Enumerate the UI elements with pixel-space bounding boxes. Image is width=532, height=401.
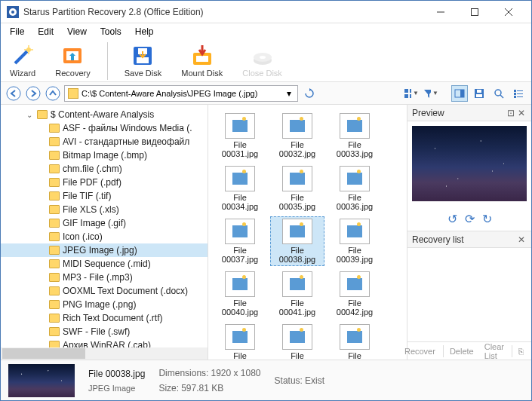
svg-rect-4	[471, 8, 478, 15]
menu-help[interactable]: Help	[129, 25, 160, 38]
menu-view[interactable]: View	[61, 25, 93, 38]
nav-forward-button[interactable]	[25, 85, 42, 102]
tree-root[interactable]: ⌄$ Content-Aware Analysis	[1, 108, 208, 121]
file-item[interactable]: File 00044.jpg	[270, 322, 324, 360]
file-item[interactable]: File 00034.jpg	[213, 164, 267, 213]
filter-button[interactable]: ▼	[423, 85, 439, 102]
file-item[interactable]: File 00032.jpg	[270, 111, 324, 161]
tree-item[interactable]: Rich Text Document (.rtf)	[1, 311, 208, 325]
preview-title: Preview	[412, 108, 444, 118]
tree-item[interactable]: SWF - File (.swf)	[1, 325, 208, 338]
folder-icon	[49, 219, 60, 228]
folder-icon	[49, 164, 60, 173]
folder-icon	[49, 205, 60, 214]
svg-rect-32	[514, 90, 516, 92]
tree-item[interactable]: File TIF (.tif)	[1, 189, 208, 203]
tree-item[interactable]: ASF - файлы Windows Media (.	[1, 121, 208, 135]
drive-icon	[68, 88, 78, 99]
folder-icon	[49, 259, 60, 268]
save-disk-button[interactable]: Save Disk	[121, 42, 165, 79]
close-button[interactable]	[491, 2, 525, 23]
refresh-button[interactable]	[301, 85, 318, 102]
file-item[interactable]: File 00035.jpg	[270, 164, 324, 213]
file-item[interactable]: File 00038.jpg	[270, 216, 324, 266]
status-size-value: 597.81 KB	[181, 383, 223, 393]
menu-tools[interactable]: Tools	[94, 25, 128, 38]
mount-disk-button[interactable]: Mount Disk	[178, 42, 226, 79]
file-item[interactable]: File 00033.jpg	[328, 111, 382, 161]
menu-file[interactable]: File	[4, 25, 30, 38]
tree-item[interactable]: Bitmap Image (.bmp)	[1, 148, 208, 162]
svg-rect-21	[404, 89, 408, 93]
svg-rect-36	[514, 96, 516, 98]
path-dropdown-icon[interactable]: ▾	[284, 88, 294, 99]
file-item[interactable]: File 00037.jpg	[213, 216, 267, 266]
folder-icon	[49, 137, 60, 146]
tree-item[interactable]: chm.file (.chm)	[1, 162, 208, 176]
reset-icon[interactable]: ⟳	[465, 212, 475, 226]
preview-image	[412, 126, 527, 201]
clearlist-button[interactable]: Clear List	[481, 341, 507, 360]
menu-edit[interactable]: Edit	[32, 25, 60, 38]
recover-button[interactable]: Recover	[401, 345, 438, 357]
tree-item[interactable]: GIF Image (.gif)	[1, 216, 208, 230]
search-button[interactable]	[490, 85, 507, 102]
image-icon	[340, 166, 370, 191]
file-item[interactable]: File 00041.jpg	[270, 269, 324, 319]
file-item[interactable]: File 00043.jpg	[213, 322, 267, 360]
svg-rect-33	[517, 90, 523, 91]
file-item[interactable]: File 00031.jpg	[213, 111, 267, 161]
path-input[interactable]	[81, 89, 284, 98]
tree-item[interactable]: JPEG Image (.jpg)	[1, 243, 208, 257]
tree-item[interactable]: AVI - стандартные видеофайл	[1, 135, 208, 148]
recovery-button[interactable]: Recovery	[52, 42, 93, 79]
mount-disk-icon	[190, 44, 214, 68]
folder-icon	[49, 178, 60, 187]
rotate-left-icon[interactable]: ↺	[447, 212, 457, 226]
svg-rect-22	[410, 89, 411, 93]
toolbar: WizardRecoverySave DiskMount DiskClose D…	[1, 40, 531, 82]
recovery-options-icon[interactable]: ⎘	[512, 345, 527, 357]
tree-item[interactable]: Icon (.ico)	[1, 230, 208, 243]
folder-icon	[49, 327, 60, 336]
options-button[interactable]	[510, 85, 527, 102]
preview-pin-icon[interactable]: ⊡	[506, 108, 516, 118]
path-box[interactable]: ▾	[64, 85, 298, 102]
recovery-list-title: Recovery list	[412, 234, 464, 245]
status-dim-value: 1920 x 1080	[211, 368, 260, 378]
preview-toggle-button[interactable]	[451, 85, 468, 102]
image-icon	[340, 271, 370, 297]
tree-item[interactable]: MP3 - File (.mp3)	[1, 271, 208, 284]
file-item[interactable]: File 00039.jpg	[328, 216, 382, 266]
file-item[interactable]: File 00036.jpg	[328, 164, 382, 213]
maximize-button[interactable]	[457, 2, 491, 23]
tree-item[interactable]: MIDI Sequence (.mid)	[1, 257, 208, 271]
minimize-button[interactable]	[423, 2, 457, 23]
file-item[interactable]: File 00045.jpg	[328, 322, 382, 360]
save-button[interactable]	[471, 85, 487, 102]
nav-up-button[interactable]	[45, 85, 61, 102]
svg-rect-37	[517, 96, 523, 97]
status-filetype: JPEG Image	[88, 384, 145, 393]
delete-button[interactable]: Delete	[443, 345, 477, 357]
tree-item[interactable]: OOXML Text Document (.docx)	[1, 284, 208, 298]
statusbar: File 00038.jpg JPEG Image Dimensions: 19…	[1, 360, 531, 400]
image-icon	[282, 219, 312, 244]
tree-item[interactable]: File PDF (.pdf)	[1, 176, 208, 189]
collapse-icon[interactable]: ⌄	[25, 111, 34, 119]
file-item[interactable]: File 00040.jpg	[213, 269, 267, 319]
wand-button[interactable]: Wizard	[7, 42, 38, 79]
recovery-list-close-icon[interactable]: ✕	[516, 234, 527, 245]
file-grid[interactable]: File 00031.jpgFile 00032.jpgFile 00033.j…	[208, 105, 407, 360]
nav-back-button[interactable]	[5, 85, 22, 102]
status-filename: File 00038.jpg	[88, 369, 145, 379]
file-item[interactable]: File 00042.jpg	[328, 269, 382, 319]
rotate-right-icon[interactable]: ↻	[482, 212, 492, 226]
tree-hscroll[interactable]	[1, 347, 208, 360]
preview-close-icon[interactable]: ✕	[516, 108, 527, 118]
tree-item[interactable]: PNG Image (.png)	[1, 298, 208, 311]
folder-tree[interactable]: ⌄$ Content-Aware AnalysisASF - файлы Win…	[1, 105, 208, 360]
svg-point-2	[11, 11, 14, 14]
view-mode-button[interactable]: ▼	[403, 85, 420, 102]
tree-item[interactable]: File XLS (.xls)	[1, 203, 208, 216]
